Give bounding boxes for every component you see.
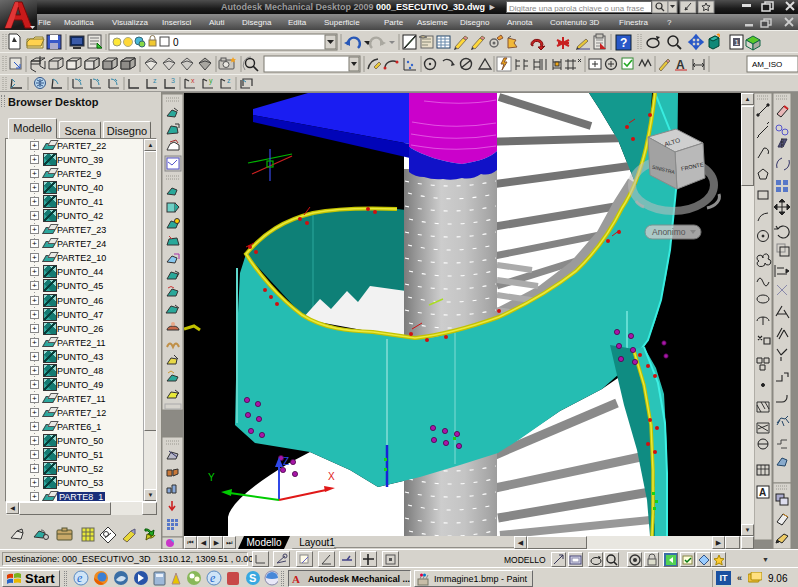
svg-text:z: z — [153, 77, 157, 84]
svg-text:S: S — [249, 572, 256, 584]
svg-text:e: e — [77, 571, 83, 585]
svg-text:z: z — [227, 77, 231, 84]
svg-text:y: y — [209, 77, 213, 85]
svg-text:Z: Z — [283, 456, 289, 467]
svg-text:A: A — [759, 487, 766, 498]
svg-text:?: ? — [620, 36, 627, 50]
svg-text:AM_ISO: AM_ISO — [752, 60, 782, 69]
svg-text:x: x — [191, 77, 195, 84]
svg-text:e: e — [210, 571, 216, 585]
svg-text:1: 1 — [735, 38, 740, 47]
svg-text:X: X — [328, 471, 335, 482]
svg-text:3: 3 — [171, 77, 175, 84]
svg-text:Anonimo: Anonimo — [652, 227, 686, 237]
svg-text:Y: Y — [208, 472, 215, 483]
svg-text:0: 0 — [173, 37, 179, 48]
